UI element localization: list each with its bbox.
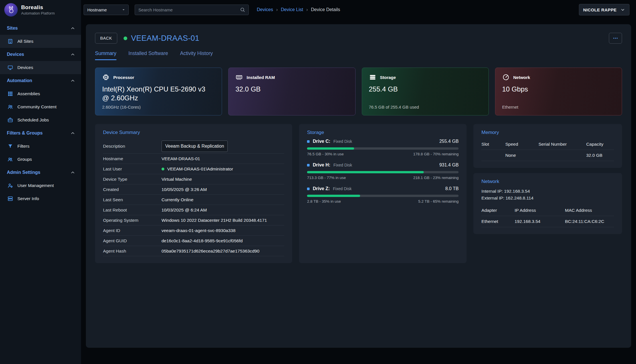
tab-activity-history[interactable]: Activity History [180, 50, 213, 60]
summary-row-description: Description [103, 139, 284, 154]
drive-name: Drive H: [313, 162, 330, 168]
sidebar-item-server-info[interactable]: Server Info [0, 192, 81, 205]
user-menu-button[interactable]: NICOLE RAPPE [579, 4, 629, 15]
stat-card-network: Network 10 Gbps Ethernet [495, 68, 622, 115]
col-serial-number: Serial Number [538, 139, 586, 150]
right-column: Memory Slot Speed Serial Number Capacity… [473, 124, 622, 263]
network-table-header: Adapter IP Address MAC Address [481, 205, 614, 216]
topbar: Hostname Devices › Device List › Device … [81, 0, 636, 19]
drive-usage-bar [307, 195, 459, 197]
drive-type: Fixed Disk [333, 186, 352, 191]
device-summary-panel: Device Summary Description Hostname VEEA… [95, 124, 292, 263]
sidebar-item-label: Community Content [17, 104, 56, 109]
summary-row-agent-hash: Agent Hash 05ba0e7935171d626ecea29b27d7a… [103, 246, 284, 256]
sidebar-item-assemblies[interactable]: Assemblies [0, 87, 81, 100]
sidebar-item-label: User Management [17, 183, 54, 188]
sidebar-item-all-sites[interactable]: All Sites [0, 35, 81, 48]
adapter-ip: 192.168.3.54 [514, 216, 565, 227]
dropdown-value: Hostname [87, 7, 107, 12]
row-label: Description [103, 144, 161, 149]
row-label: Device Type [103, 177, 161, 182]
stat-card-row: Processor Intel(R) Xeon(R) CPU E5-2690 v… [95, 68, 622, 115]
sidebar-item-label: Scheduled Jobs [17, 117, 49, 123]
sidebar-item-user-management[interactable]: User Management [0, 179, 81, 192]
monitor-icon [7, 65, 13, 70]
tab-bar: Summary Installed Software Activity Hist… [95, 50, 622, 60]
sidebar-item-label: Groups [17, 157, 32, 162]
adapter-name: Ethernet [481, 216, 514, 227]
sidebar-item-scheduled-jobs[interactable]: Scheduled Jobs [0, 113, 81, 127]
memory-panel: Memory Slot Speed Serial Number Capacity… [473, 124, 622, 168]
sidebar-section-filters-groups[interactable]: Filters & Groups [0, 127, 81, 140]
stat-title: Storage [380, 75, 396, 80]
summary-row-last-reboot: Last Reboot 10/03/2025 @ 6:24 AM [103, 205, 284, 215]
building-icon [7, 38, 13, 44]
drive-remaining-text: 218.1 GB - 23% remaining [413, 176, 459, 180]
last-user-value: VEEAM-DRAAS-01\Administrator [167, 166, 233, 172]
sidebar: Borealis Automation Platform Sites All S… [0, 0, 81, 364]
search-icon [240, 7, 245, 12]
sidebar-item-label: All Sites [17, 39, 33, 44]
drive-z: Drive Z: Fixed Disk 8.0 TB 2.8 TB - 35% … [307, 186, 459, 204]
drive-used-text: 2.8 TB - 35% in use [307, 199, 341, 204]
drive-usage-bar [307, 171, 459, 173]
sidebar-item-devices[interactable]: Devices [0, 61, 81, 74]
breadcrumb-devices[interactable]: Devices [257, 7, 273, 12]
network-table: Adapter IP Address MAC Address Ethernet … [481, 205, 614, 227]
sidebar-item-label: Filters [17, 144, 29, 149]
memory-serial [538, 150, 586, 161]
drive-type: Fixed Disk [334, 139, 352, 144]
brand-name: Borealis [21, 4, 55, 11]
drive-name: Drive Z: [313, 186, 330, 191]
sidebar-section-automation[interactable]: Automation [0, 74, 81, 87]
breadcrumb-device-list[interactable]: Device List [281, 7, 303, 12]
brand: Borealis Automation Platform [0, 0, 81, 19]
section-label: Admin Settings [7, 170, 40, 175]
drive-h: Drive H: Fixed Disk 931.4 GB 713.3 GB - … [307, 162, 459, 180]
row-value: 10/03/2025 @ 6:24 AM [161, 208, 207, 213]
chevron-up-icon [70, 170, 75, 175]
memory-speed: None [505, 150, 538, 161]
sidebar-item-label: Server Info [17, 196, 39, 201]
sidebar-section-admin-settings[interactable]: Admin Settings [0, 166, 81, 179]
row-value: Currently Online [161, 197, 193, 202]
row-label: Agent GUID [103, 238, 161, 243]
tab-summary[interactable]: Summary [95, 50, 116, 60]
row-value: Virtual Machine [161, 177, 192, 182]
memory-table-row: None 32.0 GB [481, 150, 614, 161]
description-input[interactable] [161, 141, 228, 152]
col-speed: Speed [505, 139, 538, 150]
more-actions-button[interactable] [609, 33, 622, 44]
drive-used-text: 713.3 GB - 77% in use [307, 176, 346, 180]
search-field-dropdown[interactable]: Hostname [84, 5, 129, 15]
row-label: Hostname [103, 156, 161, 161]
drive-remaining-text: 5.2 TB - 65% remaining [418, 199, 459, 204]
tab-installed-software[interactable]: Installed Software [128, 50, 168, 60]
row-label: Last Reboot [103, 208, 161, 213]
stat-value: 32.0 GB [235, 85, 348, 93]
col-adapter: Adapter [481, 205, 514, 216]
sidebar-section-sites[interactable]: Sites [0, 22, 81, 35]
breadcrumb-device-details: Device Details [311, 7, 340, 12]
sidebar-section-devices[interactable]: Devices [0, 48, 81, 61]
brand-text: Borealis Automation Platform [21, 4, 55, 15]
sidebar-item-groups[interactable]: Groups [0, 153, 81, 166]
col-ip-address: IP Address [514, 205, 565, 216]
search-input[interactable] [138, 7, 237, 12]
back-button[interactable]: BACK [95, 33, 117, 44]
user-menu-label: NICOLE RAPPE [583, 7, 617, 12]
ellipsis-icon [613, 35, 618, 41]
memory-capacity: 32.0 GB [586, 150, 614, 161]
sidebar-item-filters[interactable]: Filters [0, 140, 81, 153]
drive-usage-bar [307, 147, 459, 150]
stat-card-installed-ram: Installed RAM 32.0 GB [228, 68, 355, 115]
row-label: Last Seen [103, 197, 161, 202]
drive-size: 255.4 GB [439, 139, 459, 144]
drive-remaining-text: 178.8 GB - 70% remaining [413, 152, 459, 156]
sidebar-item-community-content[interactable]: Community Content [0, 100, 81, 113]
row-label: Operating System [103, 218, 161, 223]
drive-type: Fixed Disk [334, 163, 352, 167]
col-slot: Slot [481, 139, 505, 150]
chevron-up-icon [70, 78, 75, 83]
chevron-up-icon [70, 52, 75, 57]
